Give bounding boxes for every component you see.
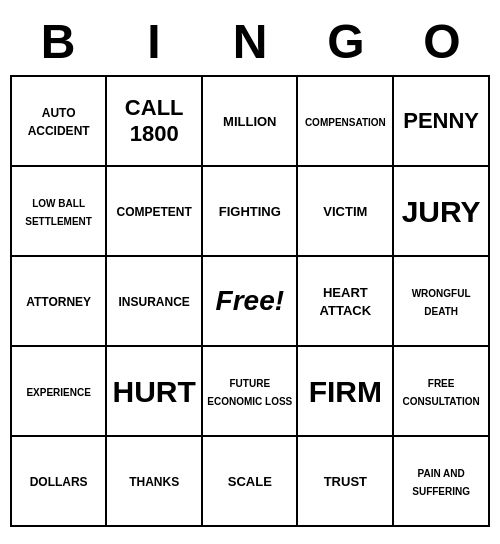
cell-r2-c0: ATTORNEY	[11, 256, 106, 346]
cell-text-r0-c3: COMPENSATION	[305, 117, 386, 128]
cell-text-r4-c2: SCALE	[228, 474, 272, 489]
bingo-grid: AUTO ACCIDENTCALL 1800MILLIONCOMPENSATIO…	[10, 75, 490, 527]
cell-r0-c3: COMPENSATION	[297, 76, 393, 166]
cell-r1-c2: FIGHTING	[202, 166, 297, 256]
letter-i: I	[114, 14, 194, 69]
cell-text-r3-c2: FUTURE ECONOMIC LOSS	[207, 378, 292, 407]
cell-text-r4-c1: THANKS	[129, 475, 179, 489]
cell-r0-c2: MILLION	[202, 76, 297, 166]
cell-text-r0-c1: CALL 1800	[125, 95, 184, 146]
cell-text-r3-c4: FREE CONSULTATION	[403, 378, 480, 407]
cell-text-r0-c4: PENNY	[403, 108, 479, 133]
cell-text-r2-c3: HEART ATTACK	[320, 285, 372, 318]
cell-text-r4-c3: TRUST	[324, 474, 367, 489]
cell-r3-c1: HURT	[106, 346, 202, 436]
cell-r2-c1: INSURANCE	[106, 256, 202, 346]
cell-r0-c0: AUTO ACCIDENT	[11, 76, 106, 166]
cell-text-r1-c4: JURY	[402, 195, 481, 228]
cell-text-r3-c3: FIRM	[309, 375, 382, 408]
cell-text-r2-c2: Free!	[216, 285, 284, 316]
cell-r1-c0: LOW BALL SETTLEMENT	[11, 166, 106, 256]
cell-text-r1-c0: LOW BALL SETTLEMENT	[25, 198, 92, 227]
cell-r4-c4: PAIN AND SUFFERING	[393, 436, 489, 526]
cell-text-r2-c4: WRONGFUL DEATH	[412, 288, 471, 317]
cell-text-r3-c1: HURT	[113, 375, 196, 408]
cell-r4-c3: TRUST	[297, 436, 393, 526]
letter-b: B	[18, 14, 98, 69]
cell-text-r4-c4: PAIN AND SUFFERING	[412, 468, 470, 497]
cell-r2-c4: WRONGFUL DEATH	[393, 256, 489, 346]
letter-o: O	[402, 14, 482, 69]
cell-r3-c2: FUTURE ECONOMIC LOSS	[202, 346, 297, 436]
cell-r0-c1: CALL 1800	[106, 76, 202, 166]
cell-text-r0-c0: AUTO ACCIDENT	[28, 106, 90, 138]
cell-r1-c3: VICTIM	[297, 166, 393, 256]
cell-r1-c4: JURY	[393, 166, 489, 256]
cell-text-r2-c0: ATTORNEY	[26, 295, 91, 309]
cell-r2-c3: HEART ATTACK	[297, 256, 393, 346]
cell-r0-c4: PENNY	[393, 76, 489, 166]
cell-r3-c0: EXPERIENCE	[11, 346, 106, 436]
cell-r1-c1: COMPETENT	[106, 166, 202, 256]
cell-text-r0-c2: MILLION	[223, 114, 276, 129]
cell-text-r4-c0: DOLLARS	[30, 475, 88, 489]
cell-r4-c1: THANKS	[106, 436, 202, 526]
cell-r4-c0: DOLLARS	[11, 436, 106, 526]
letter-n: N	[210, 14, 290, 69]
cell-r3-c4: FREE CONSULTATION	[393, 346, 489, 436]
cell-r2-c2: Free!	[202, 256, 297, 346]
cell-text-r2-c1: INSURANCE	[119, 295, 190, 309]
cell-r4-c2: SCALE	[202, 436, 297, 526]
cell-text-r1-c1: COMPETENT	[117, 205, 192, 219]
cell-text-r3-c0: EXPERIENCE	[26, 387, 90, 398]
cell-text-r1-c2: FIGHTING	[219, 204, 281, 219]
cell-text-r1-c3: VICTIM	[323, 204, 367, 219]
cell-r3-c3: FIRM	[297, 346, 393, 436]
bingo-title: B I N G O	[10, 10, 490, 75]
letter-g: G	[306, 14, 386, 69]
